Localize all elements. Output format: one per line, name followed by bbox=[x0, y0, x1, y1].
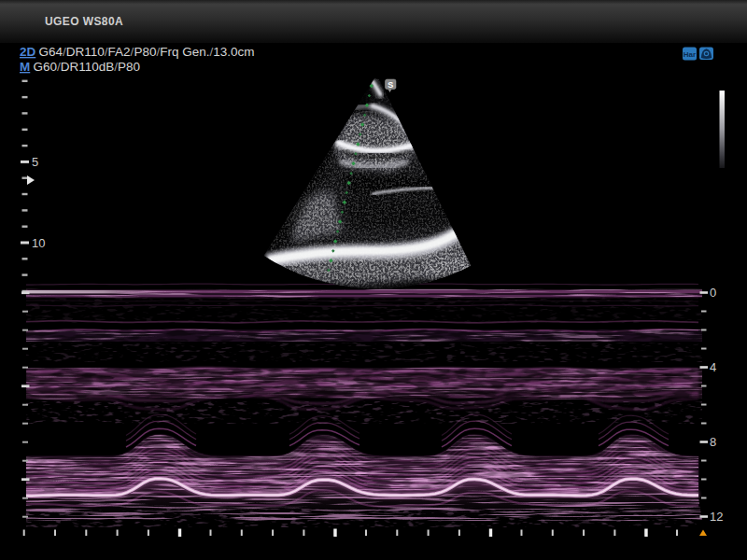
svg-text:UGEO WS80A: UGEO WS80A bbox=[45, 15, 123, 28]
svg-text:G64/DR110/FA2/P80/Frq Gen./13.: G64/DR110/FA2/P80/Frq Gen./13.0cm bbox=[39, 45, 255, 59]
svg-text:S: S bbox=[388, 80, 393, 90]
svg-text:M: M bbox=[20, 60, 30, 74]
svg-text:G60/DR110dB/P80: G60/DR110dB/P80 bbox=[34, 60, 141, 74]
svg-text:4: 4 bbox=[710, 360, 716, 374]
svg-text:5: 5 bbox=[32, 155, 38, 169]
svg-text:Har: Har bbox=[684, 50, 696, 59]
svg-text:8: 8 bbox=[710, 435, 716, 449]
svg-text:10: 10 bbox=[32, 236, 45, 250]
svg-text:0: 0 bbox=[710, 286, 716, 300]
svg-text:2D: 2D bbox=[20, 45, 36, 59]
svg-text:12: 12 bbox=[710, 510, 723, 524]
